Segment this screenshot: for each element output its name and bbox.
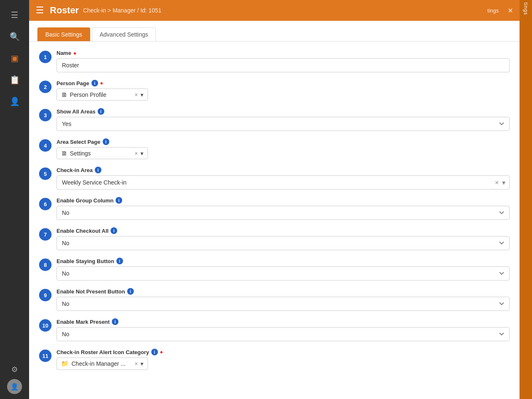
tab-advanced-settings[interactable]: Advanced Settings — [92, 27, 156, 41]
app-header: ☰ Roster Check-in > Manager / Id: 1051 t… — [29, 0, 520, 21]
info-icon-checkin-area[interactable]: i — [95, 167, 101, 173]
field-row-enable-mark-present: 10 Enable Mark Present i No Yes — [39, 318, 510, 341]
label-enable-staying-button: Enable Staying Button i — [57, 258, 510, 264]
sidebar-bottom: ⚙ 👤 — [7, 365, 22, 394]
label-person-page: Person Page i ● — [57, 80, 510, 86]
sidebar-avatar[interactable]: 👤 — [7, 379, 22, 394]
field-row-area-select-page: 4 Area Select Page i 🗎 Settings × ▾ — [39, 138, 510, 159]
label-area-select-page: Area Select Page i — [57, 138, 510, 145]
right-panel: tings — [520, 0, 532, 399]
tag-doc-icon-settings: 🗎 — [61, 150, 67, 157]
tag-arrow-person-page[interactable]: ▾ — [140, 91, 143, 98]
info-icon-checkin-roster-alert[interactable]: i — [151, 349, 158, 355]
label-enable-mark-present: Enable Mark Present i — [57, 318, 510, 325]
label-enable-not-present-button: Enable Not Present Button i — [57, 288, 510, 295]
field-enable-checkout-all: Enable Checkout All i No Yes — [57, 227, 510, 250]
tag-doc-icon: 🗎 — [61, 91, 67, 98]
header-menu-icon[interactable]: ☰ — [36, 5, 44, 16]
sidebar: ☰ 🔍 ▣ 📋 👤 ⚙ 👤 — [0, 0, 29, 399]
tag-clear-area-select[interactable]: × — [135, 150, 138, 157]
label-enable-group-column: Enable Group Column i — [57, 197, 510, 204]
select-enable-not-present-button[interactable]: No Yes — [57, 297, 510, 311]
step-3: 3 — [39, 109, 52, 121]
header-title: Roster — [50, 5, 79, 16]
required-star-checkin-roster-alert: ● — [160, 349, 163, 355]
field-enable-group-column: Enable Group Column i No Yes — [57, 197, 510, 220]
header-close-button[interactable]: × — [508, 6, 513, 15]
checkin-area-arrow-icon[interactable]: ▾ — [502, 179, 505, 187]
select-enable-mark-present[interactable]: No Yes — [57, 327, 510, 341]
field-name: Name ● — [57, 50, 510, 72]
tag-folder-icon: 📁 — [61, 360, 69, 367]
field-row-name: 1 Name ● — [39, 50, 510, 72]
step-5: 5 — [39, 167, 52, 180]
checkin-area-controls: × ▾ — [495, 179, 505, 187]
step-1: 1 — [39, 51, 52, 63]
field-row-enable-group-column: 6 Enable Group Column i No Yes — [39, 197, 510, 220]
label-name: Name ● — [57, 50, 510, 56]
tag-text-person-page: Person Profile — [70, 91, 132, 98]
info-icon-enable-group-column[interactable]: i — [116, 197, 122, 204]
select-show-all-areas[interactable]: Yes No — [57, 117, 510, 131]
step-2: 2 — [39, 81, 52, 93]
tabs-bar: Basic Settings Advanced Settings — [29, 21, 520, 42]
select-area-select-page[interactable]: 🗎 Settings × ▾ — [57, 147, 148, 159]
field-enable-mark-present: Enable Mark Present i No Yes — [57, 318, 510, 341]
sidebar-search-icon[interactable]: 🔍 — [10, 32, 20, 42]
form-content: 1 Name ● 2 Person Page i ● 🗎 Per — [29, 42, 520, 399]
info-icon-show-all-areas[interactable]: i — [98, 108, 104, 115]
field-area-select-page: Area Select Page i 🗎 Settings × ▾ — [57, 138, 510, 159]
label-checkin-roster-alert: Check-in Roster Alert Icon Category i ● — [57, 349, 510, 355]
label-checkin-area: Check-in Area i — [57, 167, 510, 173]
field-checkin-roster-alert: Check-in Roster Alert Icon Category i ● … — [57, 349, 510, 370]
step-7: 7 — [39, 228, 52, 241]
tag-arrow-area-select[interactable]: ▾ — [140, 150, 143, 157]
step-6: 6 — [39, 198, 52, 210]
sidebar-clipboard-icon[interactable]: 📋 — [10, 75, 20, 85]
select-enable-staying-button[interactable]: No Yes — [57, 266, 510, 281]
info-icon-enable-mark-present[interactable]: i — [112, 318, 118, 325]
select-enable-group-column[interactable]: No Yes — [57, 206, 510, 220]
tab-basic-settings[interactable]: Basic Settings — [37, 27, 90, 41]
field-row-checkin-roster-alert: 11 Check-in Roster Alert Icon Category i… — [39, 349, 510, 370]
tag-clear-checkin-roster-alert[interactable]: × — [135, 360, 138, 367]
required-star-name: ● — [73, 50, 76, 56]
info-icon-enable-staying-button[interactable]: i — [116, 258, 123, 264]
right-panel-label: tings — [523, 2, 529, 15]
step-9: 9 — [39, 289, 52, 301]
sidebar-grid-icon[interactable]: ▣ — [11, 53, 19, 63]
select-person-page[interactable]: 🗎 Person Profile × ▾ — [57, 89, 148, 101]
sidebar-hamburger-icon[interactable]: ☰ — [11, 10, 18, 20]
tag-text-area-select: Settings — [70, 150, 132, 157]
field-row-checkin-area: 5 Check-in Area i Weekly Service Check-i… — [39, 167, 510, 190]
tag-clear-person-page[interactable]: × — [135, 91, 138, 98]
info-icon-enable-checkout-all[interactable]: i — [111, 227, 117, 234]
field-checkin-area: Check-in Area i Weekly Service Check-in … — [57, 167, 510, 190]
select-checkin-roster-alert[interactable]: 📁 Check-in Manager ... × ▾ — [57, 357, 148, 370]
field-row-enable-not-present-button: 9 Enable Not Present Button i No Yes — [39, 288, 510, 311]
step-10: 10 — [39, 319, 52, 332]
checkin-area-wrap: Weekly Service Check-in × ▾ — [57, 175, 510, 190]
input-name[interactable] — [57, 58, 510, 72]
select-enable-checkout-all[interactable]: No Yes — [57, 236, 510, 250]
header-breadcrumb: Check-in > Manager / Id: 1051 — [83, 7, 162, 14]
label-enable-checkout-all: Enable Checkout All i — [57, 227, 510, 234]
field-row-enable-checkout-all: 7 Enable Checkout All i No Yes — [39, 227, 510, 250]
checkin-area-clear-icon[interactable]: × — [495, 179, 499, 186]
info-icon-enable-not-present-button[interactable]: i — [127, 288, 134, 295]
checkin-area-input[interactable]: Weekly Service Check-in — [57, 175, 510, 190]
info-icon-area-select-page[interactable]: i — [103, 138, 109, 145]
step-4: 4 — [39, 139, 52, 152]
step-8: 8 — [39, 259, 52, 271]
tag-arrow-checkin-roster-alert[interactable]: ▾ — [140, 360, 143, 367]
field-person-page: Person Page i ● 🗎 Person Profile × ▾ — [57, 80, 510, 101]
sidebar-gear-icon[interactable]: ⚙ — [11, 365, 18, 374]
field-row-enable-staying-button: 8 Enable Staying Button i No Yes — [39, 258, 510, 281]
sidebar-person-icon[interactable]: 👤 — [10, 96, 20, 106]
step-11: 11 — [39, 350, 52, 362]
label-show-all-areas: Show All Areas i — [57, 108, 510, 115]
field-enable-not-present-button: Enable Not Present Button i No Yes — [57, 288, 510, 311]
header-right-label: tings — [488, 7, 499, 14]
info-icon-person-page[interactable]: i — [91, 80, 98, 86]
required-star-person-page: ● — [100, 80, 103, 86]
